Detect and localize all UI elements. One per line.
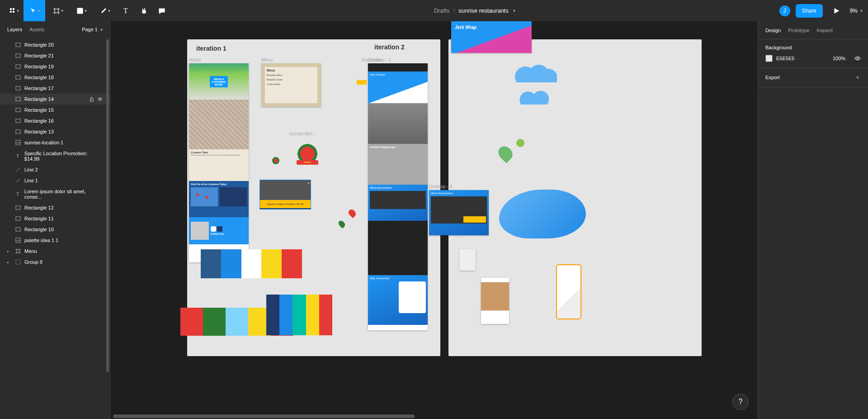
page-selector[interactable]: Page 1 ▾ [82, 27, 103, 32]
scrollbar-thumb[interactable] [106, 39, 109, 372]
layer-item[interactable]: Rectangle 10 [0, 224, 110, 235]
sunrise-logo-small [272, 157, 279, 164]
layer-item[interactable]: ▸Menu [0, 246, 110, 257]
background-opacity[interactable]: 100% [833, 56, 851, 61]
layer-name: Rectangle 20 [24, 42, 54, 48]
chevron-down-icon: ▾ [61, 8, 63, 13]
artboard-menu[interactable]: MenuBreakfast MenuBreakfast SidesYosalu … [261, 63, 321, 107]
layers-list[interactable]: Rectangle 20Rectangle 21Rectangle 19Rect… [0, 38, 110, 417]
svg-rect-17 [16, 206, 20, 210]
pen-tool-button[interactable]: ▾ [94, 0, 116, 21]
layer-item[interactable]: Rectangle 20 [0, 39, 110, 50]
artboard-instagram-post[interactable] [481, 278, 509, 324]
tab-layers[interactable]: Layers [7, 27, 22, 32]
svg-rect-19 [16, 228, 20, 231]
scrollbar-thumb[interactable] [113, 414, 415, 418]
svg-rect-4 [16, 76, 20, 79]
layer-name: Rectangle 13 [24, 129, 54, 134]
svg-rect-1 [16, 43, 20, 47]
lock-icon[interactable] [89, 96, 94, 102]
layer-name: Menu [24, 248, 37, 254]
layer-item[interactable]: Rectangle 11 [0, 213, 110, 224]
map-pin-icon [516, 139, 524, 147]
expand-icon[interactable]: ▸ [7, 249, 12, 253]
breadcrumb-root[interactable]: Drafts [434, 7, 450, 14]
layer-item[interactable]: TSpecific Location Promotion: $14.99 [0, 148, 110, 164]
tab-prototype[interactable]: Prototype [788, 28, 809, 33]
horizontal-scrollbar[interactable] [113, 414, 755, 418]
comment-tool-button[interactable] [154, 0, 170, 21]
artboard-jerk-wrap[interactable]: Jerk Wrap [451, 21, 532, 53]
artboard-home[interactable]: MENU ▾CATERINGMOREContent Title!Lorem ip… [189, 63, 249, 262]
layer-name: Rectangle 11 [24, 216, 54, 221]
artboard-desktop-8[interactable]: We're Everywhere [429, 190, 489, 235]
frame-label-desktop1: Desktop - 1 [368, 57, 391, 62]
layer-item[interactable]: Rectangle 14 [0, 94, 110, 105]
tab-inspect[interactable]: Inspect [816, 28, 832, 33]
move-tool-button[interactable]: ▾ [24, 0, 45, 21]
layer-item[interactable]: Rectangle 21 [0, 50, 110, 61]
chevron-down-icon: ▾ [85, 8, 87, 13]
cloud-shape [512, 64, 557, 82]
share-button[interactable]: Share [796, 4, 823, 18]
svg-rect-18 [16, 217, 20, 220]
promo-popup[interactable]: Specific Location Promotion: $14.99× [259, 180, 311, 210]
layer-item[interactable]: Rectangle 13 [0, 126, 110, 137]
svg-rect-20 [16, 238, 20, 243]
avatar[interactable]: J [779, 5, 790, 16]
layer-item[interactable]: Line 1 [0, 175, 110, 186]
eye-icon[interactable] [97, 96, 103, 102]
chevron-down-icon[interactable]: ▾ [513, 8, 515, 13]
present-button[interactable] [828, 0, 844, 21]
layer-item[interactable]: TLorem ipsum dolor sit amet, conse... [0, 186, 110, 202]
svg-rect-12 [16, 140, 20, 145]
layer-item[interactable]: Rectangle 15 [0, 105, 110, 115]
layers-scrollbar[interactable] [106, 39, 109, 417]
layer-name: Rectangle 19 [24, 64, 54, 69]
tab-design[interactable]: Design [765, 28, 781, 33]
background-swatch[interactable] [765, 55, 773, 62]
iteration-1-label: iteration 1 [196, 45, 226, 52]
layer-name: Rectangle 18 [24, 75, 54, 80]
layer-item[interactable]: Rectangle 17 [0, 83, 110, 94]
main-menu-button[interactable]: ▾ [5, 0, 22, 21]
layer-item[interactable]: ▸Group 8 [0, 257, 110, 267]
layer-name: Group 8 [24, 259, 42, 265]
shape-tool-button[interactable]: ▾ [71, 0, 92, 21]
file-name[interactable]: sunrise restaurants [458, 7, 509, 14]
frame-label-desktop8: Desktop - 8 [429, 184, 452, 189]
add-export-button[interactable]: ＋ [854, 73, 861, 81]
chevron-down-icon: ▾ [108, 8, 110, 13]
frame-label-home: Home [189, 57, 201, 62]
layer-name: Rectangle 14 [24, 96, 54, 102]
layer-item[interactable]: Rectangle 19 [0, 61, 110, 72]
layer-name: Line 2 [24, 167, 38, 172]
artboard-desktop-1[interactable]: Jerk ChickenHumble BeginningsWe're Every… [368, 63, 428, 330]
zoom-control[interactable]: 9% ▾ [850, 8, 863, 14]
visibility-toggle-icon[interactable] [854, 55, 861, 62]
canvas[interactable]: iteration 1iteration 2HomeMenuFranchiseD… [110, 21, 758, 419]
tab-assets[interactable]: Assets [29, 27, 44, 32]
layer-item[interactable]: sunrise-location 1 [0, 137, 110, 148]
layer-item[interactable]: Rectangle 16 [0, 115, 110, 126]
svg-rect-3 [16, 65, 20, 68]
hand-tool-button[interactable] [136, 0, 152, 21]
text-tool-button[interactable]: T [118, 0, 134, 21]
layer-item[interactable]: Rectangle 12 [0, 202, 110, 213]
layer-item[interactable]: Line 2 [0, 164, 110, 175]
expand-icon[interactable]: ▸ [7, 260, 12, 264]
layer-name: Rectangle 10 [24, 227, 54, 232]
layer-item[interactable]: palette idea 1 1 [0, 235, 110, 246]
layer-item[interactable]: Rectangle 18 [0, 72, 110, 83]
help-button[interactable]: ? [732, 394, 749, 410]
artboard-phone-outline[interactable] [556, 264, 581, 319]
artboard-mobile-small[interactable] [459, 249, 476, 271]
zoom-value: 9% [850, 8, 858, 14]
breadcrumb: Drafts / sunrise restaurants ▾ [170, 7, 779, 14]
layer-name: sunrise-location 1 [24, 140, 63, 145]
chevron-down-icon: ▾ [860, 8, 863, 13]
background-hex[interactable]: E5E5E5 [776, 56, 829, 61]
layer-name: palette idea 1 1 [24, 238, 58, 243]
layer-name: Rectangle 21 [24, 53, 54, 58]
frame-tool-button[interactable]: ▾ [47, 0, 69, 21]
